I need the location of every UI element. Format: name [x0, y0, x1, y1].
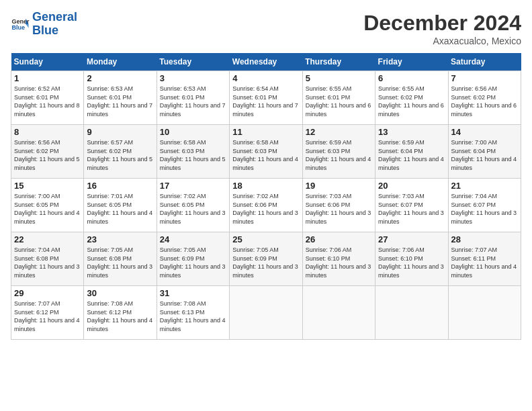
header-monday: Monday [84, 53, 157, 71]
svg-text:Blue: Blue [11, 24, 25, 31]
day-info: Sunrise: 7:04 AMSunset: 6:08 PMDaylight:… [14, 246, 81, 279]
day-number: 10 [160, 127, 226, 137]
calendar-cell: 24 Sunrise: 7:05 AMSunset: 6:09 PMDaylig… [157, 232, 229, 286]
day-number: 31 [160, 288, 226, 298]
calendar-cell: 17 Sunrise: 7:02 AMSunset: 6:05 PMDaylig… [157, 179, 229, 232]
day-info: Sunrise: 7:05 AMSunset: 6:09 PMDaylight:… [232, 246, 299, 279]
calendar-cell: 11 Sunrise: 6:58 AMSunset: 6:03 PMDaylig… [230, 125, 302, 179]
calendar-cell: 26 Sunrise: 7:06 AMSunset: 6:10 PMDaylig… [302, 232, 375, 286]
day-number: 17 [160, 181, 226, 191]
day-number: 21 [451, 181, 518, 191]
month-title: December 2024 [363, 11, 521, 36]
day-number: 26 [306, 234, 372, 244]
calendar-cell: 28 Sunrise: 7:07 AMSunset: 6:11 PMDaylig… [448, 232, 521, 286]
day-number: 18 [232, 181, 299, 191]
day-number: 15 [14, 181, 81, 191]
day-info: Sunrise: 7:06 AMSunset: 6:10 PMDaylight:… [306, 246, 372, 279]
calendar-cell [302, 286, 375, 340]
calendar-cell: 12 Sunrise: 6:59 AMSunset: 6:03 PMDaylig… [302, 125, 375, 179]
day-number: 20 [378, 181, 445, 191]
day-info: Sunrise: 7:03 AMSunset: 6:07 PMDaylight:… [378, 192, 445, 226]
week-row-3: 15 Sunrise: 7:00 AMSunset: 6:05 PMDaylig… [11, 179, 521, 232]
day-info: Sunrise: 7:01 AMSunset: 6:05 PMDaylight:… [87, 192, 153, 226]
logo-text: GeneralBlue [32, 11, 77, 38]
day-number: 6 [378, 73, 445, 83]
day-info: Sunrise: 6:57 AMSunset: 6:02 PMDaylight:… [87, 138, 153, 172]
header: General Blue GeneralBlue December 2024 A… [11, 11, 521, 46]
week-row-1: 1 Sunrise: 6:52 AMSunset: 6:01 PMDayligh… [11, 71, 521, 125]
day-number: 3 [160, 73, 226, 83]
day-info: Sunrise: 6:59 AMSunset: 6:04 PMDaylight:… [378, 138, 445, 172]
day-number: 8 [14, 127, 81, 137]
calendar-cell: 27 Sunrise: 7:06 AMSunset: 6:10 PMDaylig… [375, 232, 448, 286]
calendar-cell [448, 286, 521, 340]
calendar-cell: 8 Sunrise: 6:56 AMSunset: 6:02 PMDayligh… [11, 125, 84, 179]
day-info: Sunrise: 6:52 AMSunset: 6:01 PMDaylight:… [14, 85, 81, 118]
week-row-2: 8 Sunrise: 6:56 AMSunset: 6:02 PMDayligh… [11, 125, 521, 179]
calendar-cell: 14 Sunrise: 7:00 AMSunset: 6:04 PMDaylig… [448, 125, 521, 179]
day-info: Sunrise: 7:07 AMSunset: 6:11 PMDaylight:… [451, 246, 518, 279]
day-info: Sunrise: 7:05 AMSunset: 6:09 PMDaylight:… [160, 246, 226, 279]
calendar-cell: 6 Sunrise: 6:55 AMSunset: 6:02 PMDayligh… [375, 71, 448, 125]
calendar-cell: 2 Sunrise: 6:53 AMSunset: 6:01 PMDayligh… [84, 71, 157, 125]
day-number: 19 [306, 181, 372, 191]
header-friday: Friday [375, 53, 448, 71]
calendar-cell: 20 Sunrise: 7:03 AMSunset: 6:07 PMDaylig… [375, 179, 448, 232]
day-info: Sunrise: 7:00 AMSunset: 6:05 PMDaylight:… [14, 192, 81, 226]
header-saturday: Saturday [448, 53, 521, 71]
day-info: Sunrise: 6:53 AMSunset: 6:01 PMDaylight:… [160, 85, 226, 118]
day-number: 24 [160, 234, 226, 244]
day-number: 23 [87, 234, 153, 244]
day-number: 16 [87, 181, 153, 191]
header-tuesday: Tuesday [157, 53, 229, 71]
calendar-cell: 31 Sunrise: 7:08 AMSunset: 6:13 PMDaylig… [157, 286, 229, 340]
day-number: 7 [451, 73, 518, 83]
day-info: Sunrise: 7:08 AMSunset: 6:12 PMDaylight:… [87, 300, 153, 333]
calendar-cell: 29 Sunrise: 7:07 AMSunset: 6:12 PMDaylig… [11, 286, 84, 340]
calendar-cell: 15 Sunrise: 7:00 AMSunset: 6:05 PMDaylig… [11, 179, 84, 232]
day-number: 14 [451, 127, 518, 137]
calendar-cell [230, 286, 302, 340]
day-number: 9 [87, 127, 153, 137]
day-number: 22 [14, 234, 81, 244]
day-info: Sunrise: 7:08 AMSunset: 6:13 PMDaylight:… [160, 300, 226, 333]
calendar-cell: 21 Sunrise: 7:04 AMSunset: 6:07 PMDaylig… [448, 179, 521, 232]
calendar-cell: 7 Sunrise: 6:56 AMSunset: 6:02 PMDayligh… [448, 71, 521, 125]
week-row-4: 22 Sunrise: 7:04 AMSunset: 6:08 PMDaylig… [11, 232, 521, 286]
day-info: Sunrise: 6:55 AMSunset: 6:01 PMDaylight:… [306, 85, 372, 118]
calendar-cell: 13 Sunrise: 6:59 AMSunset: 6:04 PMDaylig… [375, 125, 448, 179]
title-area: December 2024 Axaxacualco, Mexico [363, 11, 521, 46]
day-info: Sunrise: 7:03 AMSunset: 6:06 PMDaylight:… [306, 192, 372, 226]
day-number: 27 [378, 234, 445, 244]
day-info: Sunrise: 7:00 AMSunset: 6:04 PMDaylight:… [451, 138, 518, 172]
calendar-cell: 10 Sunrise: 6:58 AMSunset: 6:03 PMDaylig… [157, 125, 229, 179]
weekday-header-row: SundayMondayTuesdayWednesdayThursdayFrid… [11, 53, 521, 71]
day-info: Sunrise: 6:53 AMSunset: 6:01 PMDaylight:… [87, 85, 153, 118]
day-number: 2 [87, 73, 153, 83]
calendar-cell: 30 Sunrise: 7:08 AMSunset: 6:12 PMDaylig… [84, 286, 157, 340]
day-info: Sunrise: 6:59 AMSunset: 6:03 PMDaylight:… [306, 138, 372, 172]
logo: General Blue GeneralBlue [11, 11, 77, 38]
week-row-5: 29 Sunrise: 7:07 AMSunset: 6:12 PMDaylig… [11, 286, 521, 340]
day-info: Sunrise: 7:05 AMSunset: 6:08 PMDaylight:… [87, 246, 153, 279]
calendar-cell: 19 Sunrise: 7:03 AMSunset: 6:06 PMDaylig… [302, 179, 375, 232]
day-number: 13 [378, 127, 445, 137]
calendar-cell: 18 Sunrise: 7:02 AMSunset: 6:06 PMDaylig… [230, 179, 302, 232]
day-info: Sunrise: 7:06 AMSunset: 6:10 PMDaylight:… [378, 246, 445, 279]
day-info: Sunrise: 6:54 AMSunset: 6:01 PMDaylight:… [232, 85, 299, 118]
day-number: 4 [232, 73, 299, 83]
day-info: Sunrise: 6:58 AMSunset: 6:03 PMDaylight:… [232, 138, 299, 172]
day-info: Sunrise: 7:07 AMSunset: 6:12 PMDaylight:… [14, 300, 81, 333]
logo-icon: General Blue [11, 15, 30, 34]
header-thursday: Thursday [302, 53, 375, 71]
day-number: 11 [232, 127, 299, 137]
day-number: 12 [306, 127, 372, 137]
calendar-cell: 23 Sunrise: 7:05 AMSunset: 6:08 PMDaylig… [84, 232, 157, 286]
location-title: Axaxacualco, Mexico [363, 36, 521, 46]
day-info: Sunrise: 6:56 AMSunset: 6:02 PMDaylight:… [451, 85, 518, 118]
day-number: 5 [306, 73, 372, 83]
day-number: 28 [451, 234, 518, 244]
svg-marker-3 [26, 24, 28, 28]
day-info: Sunrise: 6:55 AMSunset: 6:02 PMDaylight:… [378, 85, 445, 118]
calendar-cell: 9 Sunrise: 6:57 AMSunset: 6:02 PMDayligh… [84, 125, 157, 179]
